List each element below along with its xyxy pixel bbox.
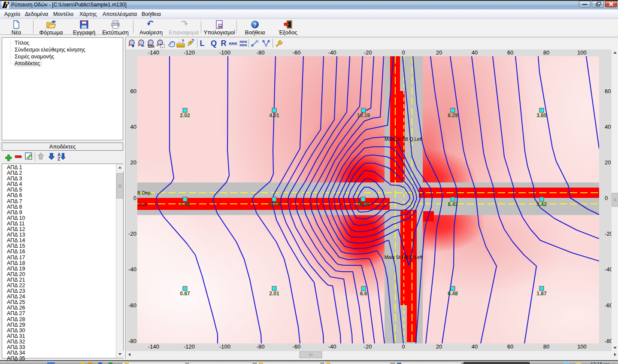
svg-text:-40: -40 [328, 343, 336, 350]
svg-text:RRR: RRR [229, 42, 237, 46]
svg-text:ueue: ueue [136, 201, 147, 206]
svg-text:20: 20 [436, 49, 442, 56]
svg-text:60: 60 [507, 343, 513, 350]
svg-text:Main St.NB Q.Left: Main St.NB Q.Left [385, 255, 423, 260]
svg-text:3.23: 3.23 [269, 201, 279, 207]
svg-text:3.42: 3.42 [536, 201, 547, 207]
svg-text:2.02: 2.02 [180, 112, 190, 118]
svg-text:-40: -40 [328, 49, 336, 56]
svg-text:-20: -20 [364, 343, 372, 350]
svg-text:20: 20 [605, 159, 611, 166]
svg-text:18.06: 18.06 [357, 201, 370, 207]
svg-text:3.85: 3.85 [536, 112, 547, 118]
svg-text:0.87: 0.87 [180, 291, 190, 297]
svg-text:0: 0 [605, 195, 608, 201]
svg-text:1.87: 1.87 [536, 291, 547, 297]
svg-text:2.01: 2.01 [269, 291, 279, 297]
svg-text:20: 20 [130, 159, 136, 166]
svg-text:-120: -120 [184, 49, 195, 56]
svg-text:Main St.SB Q.Left: Main St.SB Q.Left [385, 136, 422, 142]
svg-text:↔?: ↔? [177, 39, 184, 44]
svg-text:-80: -80 [128, 338, 136, 344]
svg-text:0: 0 [402, 49, 405, 56]
svg-text:-40: -40 [605, 266, 613, 273]
svg-text:60: 60 [605, 88, 611, 94]
svg-text:6.48: 6.48 [448, 291, 458, 297]
svg-text:-60: -60 [293, 49, 301, 56]
svg-text:-20: -20 [364, 49, 372, 56]
svg-text:1.88: 1.88 [180, 201, 190, 207]
svg-text:40: 40 [472, 49, 478, 56]
svg-text:0: 0 [402, 343, 405, 350]
svg-text:?: ? [253, 21, 257, 28]
svg-text:10.19: 10.19 [357, 112, 370, 118]
svg-text:B Dep.: B Dep. [137, 190, 152, 195]
svg-text:0: 0 [133, 195, 136, 201]
svg-text:-20: -20 [128, 231, 136, 237]
svg-text:-80: -80 [605, 338, 613, 344]
svg-text:RRR: RRR [239, 43, 247, 47]
svg-text:-40: -40 [128, 266, 136, 273]
svg-text:-140: -140 [148, 343, 159, 350]
svg-text:-100: -100 [219, 49, 230, 56]
svg-text:-120: -120 [184, 343, 195, 350]
svg-text:100: 100 [148, 44, 154, 49]
svg-text:-140: -140 [148, 49, 159, 56]
svg-text:-60: -60 [605, 302, 613, 309]
svg-text:20: 20 [436, 343, 442, 350]
svg-text:100: 100 [577, 49, 587, 56]
svg-text:40: 40 [472, 343, 478, 350]
svg-text:-100: -100 [219, 343, 230, 350]
svg-text:-80: -80 [257, 343, 265, 350]
svg-text:Z: Z [58, 157, 60, 161]
svg-text:Q: Q [211, 39, 217, 48]
svg-text:60: 60 [507, 49, 513, 56]
svg-text:60: 60 [130, 88, 136, 94]
svg-text:8.29: 8.29 [448, 112, 458, 118]
svg-text:80: 80 [543, 343, 549, 350]
svg-text:R: R [221, 39, 227, 48]
svg-text:-60: -60 [293, 343, 301, 350]
svg-text:40: 40 [605, 124, 611, 130]
svg-text:100: 100 [577, 343, 587, 350]
svg-text:L: L [200, 39, 205, 48]
svg-text:80: 80 [543, 49, 549, 56]
svg-text:-80: -80 [257, 49, 265, 56]
svg-text:?: ? [191, 38, 194, 43]
svg-text:40: 40 [130, 124, 136, 130]
svg-text:-20: -20 [605, 231, 613, 237]
svg-text:4.01: 4.01 [269, 112, 279, 118]
svg-text:6.6: 6.6 [360, 291, 367, 297]
svg-text:-60: -60 [128, 302, 136, 309]
svg-text:8.43: 8.43 [448, 201, 458, 207]
